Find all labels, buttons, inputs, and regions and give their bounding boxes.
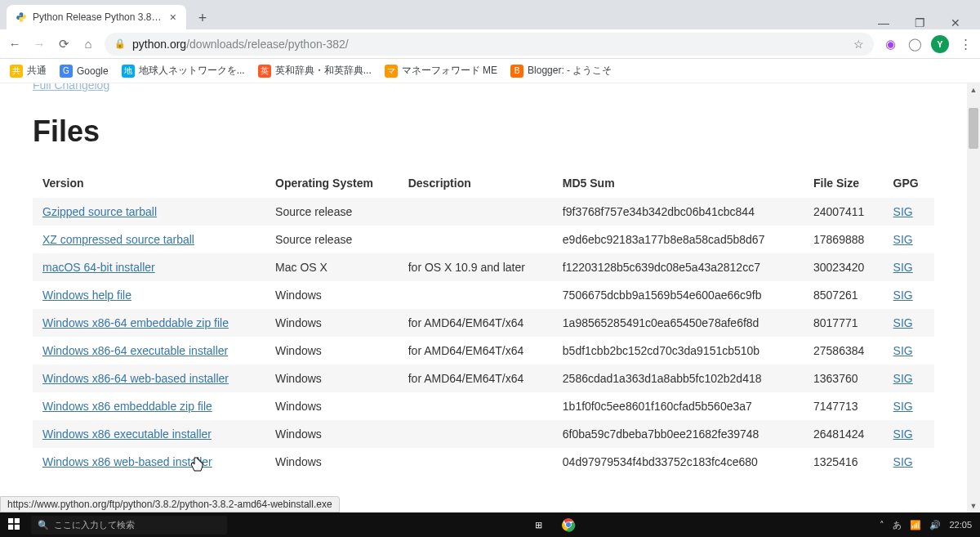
column-header: Description: [399, 168, 553, 198]
bookmark-favicon: G: [60, 65, 73, 78]
version-link[interactable]: Windows x86 embeddable zip file: [42, 400, 212, 413]
version-link[interactable]: XZ compressed source tarball: [42, 233, 194, 246]
size-cell: 1325416: [804, 448, 884, 476]
os-cell: Windows: [265, 365, 399, 392]
minimize-button[interactable]: —: [872, 16, 895, 29]
sig-link[interactable]: SIG: [893, 205, 913, 218]
bookmark-item[interactable]: 地地球人ネットワークを...: [122, 64, 245, 78]
search-icon: 🔍: [38, 520, 49, 530]
description-cell: for OS X 10.9 and later: [399, 253, 553, 281]
vertical-scrollbar[interactable]: ▲ ▼: [967, 83, 980, 512]
close-tab-icon[interactable]: ×: [168, 11, 178, 24]
extension-icon[interactable]: ◉: [882, 36, 898, 52]
bookmarks-bar: 共共通GGoogle地地球人ネットワークを...英英和辞典・和英辞典...ママネ…: [0, 59, 980, 83]
table-row: XZ compressed source tarballSource relea…: [33, 226, 934, 253]
bookmark-item[interactable]: ママネーフォワード ME: [385, 64, 497, 78]
browser-tab[interactable]: Python Release Python 3.8.2 | Py ×: [7, 5, 186, 29]
md5-cell: 6f0ba59c7dbeba7bb0ee21682fe39748: [553, 420, 804, 448]
reload-button[interactable]: ⟳: [56, 36, 72, 52]
ime-icon[interactable]: あ: [893, 519, 902, 531]
os-cell: Windows: [265, 448, 399, 476]
window-controls: — ❐ ✕: [872, 16, 973, 29]
scrollbar-thumb[interactable]: [969, 108, 978, 149]
menu-button[interactable]: ⋮: [957, 36, 973, 52]
close-window-button[interactable]: ✕: [944, 16, 967, 29]
md5-cell: e9d6ebc92183a177b8e8a58cad5b8d67: [553, 226, 804, 253]
sig-link[interactable]: SIG: [893, 233, 913, 246]
volume-icon[interactable]: 🔊: [929, 520, 941, 530]
version-link[interactable]: macOS 64-bit installer: [42, 261, 155, 274]
version-link[interactable]: Windows x86-64 web-based installer: [42, 372, 229, 385]
size-cell: 1363760: [804, 365, 884, 392]
sig-link[interactable]: SIG: [893, 455, 913, 468]
description-cell: [399, 392, 553, 420]
url-text: python.org/downloads/release/python-382/: [132, 38, 349, 51]
version-link[interactable]: Windows x86-64 embeddable zip file: [42, 316, 229, 329]
version-link[interactable]: Gzipped source tarball: [42, 205, 157, 218]
address-bar[interactable]: 🔒 python.org/downloads/release/python-38…: [105, 33, 874, 56]
table-row: Windows x86-64 executable installerWindo…: [33, 337, 934, 365]
bookmark-star-icon[interactable]: ☆: [853, 38, 864, 51]
table-row: Windows x86 web-based installerWindows04…: [33, 448, 934, 476]
task-view-icon[interactable]: ⊞: [530, 516, 548, 534]
table-row: Gzipped source tarballSource releasef9f3…: [33, 198, 934, 226]
svg-rect-2: [8, 525, 13, 530]
new-tab-button[interactable]: +: [191, 7, 214, 29]
svg-rect-3: [15, 525, 20, 530]
scroll-up-arrow[interactable]: ▲: [967, 83, 980, 96]
md5-cell: f12203128b5c639dc08e5a43a2812cc7: [553, 253, 804, 281]
description-cell: [399, 420, 553, 448]
wifi-icon[interactable]: 📶: [910, 520, 921, 530]
tray-arrow-icon[interactable]: ˄: [880, 520, 884, 530]
svg-rect-1: [15, 518, 20, 523]
size-cell: 27586384: [804, 337, 884, 365]
tab-title: Python Release Python 3.8.2 | Py: [33, 11, 163, 23]
svg-rect-0: [8, 518, 13, 523]
windows-taskbar: 🔍 ここに入力して検索 ⊞ ˄ あ 📶 🔊 22:05: [0, 512, 980, 537]
column-header: File Size: [804, 168, 884, 198]
size-cell: 8507261: [804, 281, 884, 309]
sig-link[interactable]: SIG: [893, 289, 913, 302]
chrome-icon[interactable]: [559, 516, 577, 534]
bookmark-item[interactable]: GGoogle: [60, 65, 109, 78]
full-changelog-link[interactable]: Full Changelog: [33, 83, 934, 92]
version-link[interactable]: Windows x86 web-based installer: [42, 455, 212, 468]
extension-icon[interactable]: ◯: [906, 36, 923, 52]
home-button[interactable]: ⌂: [80, 36, 96, 52]
version-link[interactable]: Windows help file: [42, 289, 131, 302]
version-link[interactable]: Windows x86 executable installer: [42, 427, 212, 441]
scroll-down-arrow[interactable]: ▼: [967, 499, 980, 512]
profile-avatar[interactable]: Y: [931, 35, 949, 53]
bookmark-item[interactable]: 共共通: [10, 64, 47, 78]
description-cell: [399, 226, 553, 253]
os-cell: Windows: [265, 392, 399, 420]
md5-cell: 1a98565285491c0ea65450e78afe6f8d: [553, 309, 804, 337]
version-link[interactable]: Windows x86-64 executable installer: [42, 344, 228, 357]
md5-cell: 2586cdad1a363d1a8abb5fc102b2d418: [553, 365, 804, 392]
bookmark-item[interactable]: BBlogger: - ようこそ: [510, 64, 612, 78]
sig-link[interactable]: SIG: [893, 344, 913, 357]
extensions: ◉ ◯ Y ⋮: [882, 35, 973, 53]
back-button[interactable]: ←: [7, 36, 23, 52]
system-tray[interactable]: ˄ あ 📶 🔊 22:05: [880, 519, 972, 531]
description-cell: for AMD64/EM64T/x64: [399, 365, 553, 392]
sig-link[interactable]: SIG: [893, 400, 913, 413]
bookmark-favicon: 共: [10, 65, 23, 78]
files-table: VersionOperating SystemDescriptionMD5 Su…: [33, 168, 934, 476]
sig-link[interactable]: SIG: [893, 316, 913, 329]
clock[interactable]: 22:05: [949, 520, 972, 530]
sig-link[interactable]: SIG: [893, 427, 913, 441]
sig-link[interactable]: SIG: [893, 261, 913, 274]
description-cell: for AMD64/EM64T/x64: [399, 337, 553, 365]
maximize-button[interactable]: ❐: [908, 16, 931, 29]
sig-link[interactable]: SIG: [893, 372, 913, 385]
column-header: GPG: [884, 168, 934, 198]
size-cell: 17869888: [804, 226, 884, 253]
size-cell: 26481424: [804, 420, 884, 448]
os-cell: Mac OS X: [265, 253, 399, 281]
bookmark-item[interactable]: 英英和辞典・和英辞典...: [258, 64, 372, 78]
forward-button[interactable]: →: [31, 36, 47, 52]
taskbar-search[interactable]: 🔍 ここに入力して検索: [31, 516, 227, 535]
bookmark-label: 共通: [27, 64, 47, 78]
start-button[interactable]: [8, 518, 21, 531]
